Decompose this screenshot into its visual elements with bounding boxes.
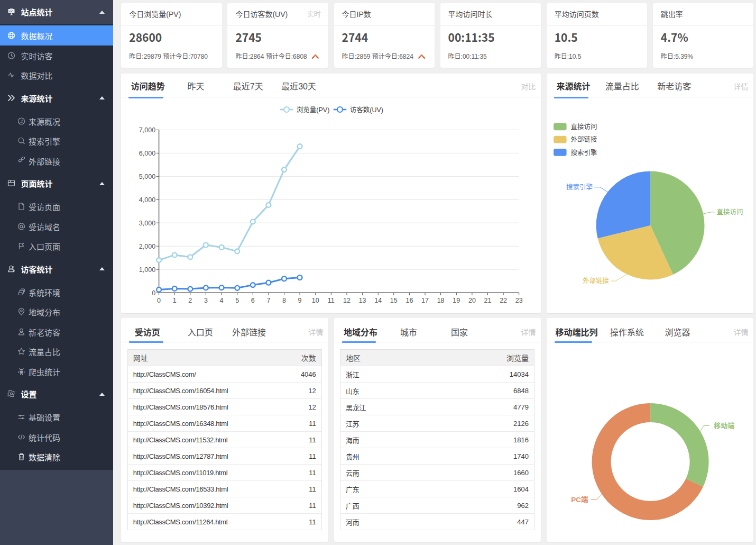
- svg-text:8: 8: [282, 297, 286, 304]
- svg-text:3: 3: [204, 297, 208, 304]
- svg-text:5: 5: [236, 297, 239, 304]
- svg-text:22: 22: [500, 297, 507, 304]
- svg-text:23: 23: [515, 297, 523, 304]
- svg-text:1: 1: [173, 297, 177, 304]
- svg-text:3,000: 3,000: [139, 220, 155, 227]
- svg-text:9: 9: [298, 297, 302, 304]
- svg-text:外部链接: 外部链接: [583, 277, 610, 285]
- svg-text:1,000: 1,000: [139, 266, 155, 274]
- svg-text:21: 21: [484, 297, 492, 304]
- svg-text:20: 20: [468, 297, 476, 304]
- svg-text:直接访问: 直接访问: [716, 208, 743, 216]
- svg-text:7: 7: [267, 297, 271, 304]
- svg-text:4: 4: [220, 297, 224, 304]
- svg-text:12: 12: [343, 297, 351, 304]
- svg-text:7,000: 7,000: [139, 126, 155, 134]
- svg-text:访客数(UV): 访客数(UV): [350, 106, 383, 114]
- svg-text:浏览量(PV): 浏览量(PV): [297, 106, 330, 114]
- svg-text:16: 16: [406, 297, 413, 304]
- svg-text:PC端: PC端: [571, 496, 588, 504]
- svg-text:6: 6: [251, 297, 255, 304]
- svg-text:4,000: 4,000: [139, 196, 155, 204]
- svg-text:13: 13: [359, 297, 366, 304]
- svg-text:直接访问: 直接访问: [570, 123, 597, 131]
- svg-text:5,000: 5,000: [139, 173, 155, 180]
- svg-text:搜索引擎: 搜索引擎: [566, 183, 593, 191]
- svg-text:17: 17: [421, 297, 429, 304]
- svg-text:外部链接: 外部链接: [570, 135, 597, 143]
- svg-text:11: 11: [328, 297, 335, 304]
- svg-text:14: 14: [375, 297, 382, 304]
- svg-text:0: 0: [152, 289, 155, 297]
- svg-text:2: 2: [189, 297, 192, 304]
- svg-text:2,000: 2,000: [139, 243, 155, 250]
- svg-text:18: 18: [437, 297, 445, 304]
- svg-text:移动端: 移动端: [714, 422, 734, 430]
- svg-text:搜索引擎: 搜索引擎: [570, 149, 597, 157]
- svg-text:10: 10: [312, 297, 319, 304]
- svg-text:19: 19: [453, 297, 460, 304]
- svg-text:0: 0: [157, 297, 161, 304]
- svg-text:15: 15: [390, 297, 398, 304]
- svg-text:6,000: 6,000: [139, 150, 155, 157]
